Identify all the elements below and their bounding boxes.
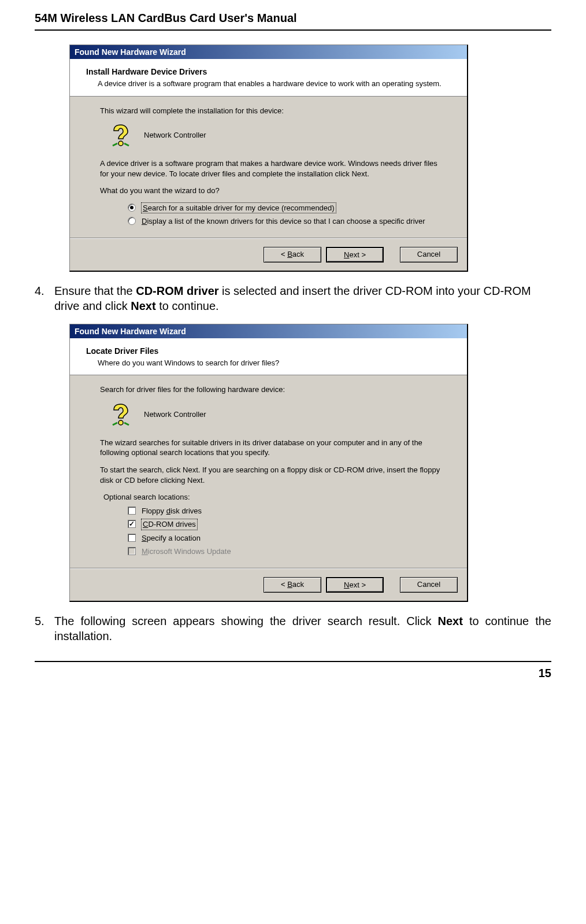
step-text: Ensure that the CD-ROM driver is selecte… <box>54 283 551 313</box>
cancel-button[interactable]: Cancel <box>400 247 458 263</box>
description-2: To start the search, click Next. If you … <box>100 465 444 485</box>
checkbox-checked-icon <box>128 520 136 528</box>
options-label: Optional search locations: <box>103 492 444 502</box>
page-number: 15 <box>35 661 551 680</box>
question-icon <box>108 402 133 427</box>
screenshot-2: Found New Hardware Wizard Locate Driver … <box>69 324 551 602</box>
step-number: 5. <box>35 613 54 644</box>
step-5: 5. The following screen appears showing … <box>35 613 551 644</box>
wizard-dialog-1: Found New Hardware Wizard Install Hardwa… <box>69 45 468 272</box>
dialog-titlebar: Found New Hardware Wizard <box>70 324 467 338</box>
back-button[interactable]: < Back <box>264 247 321 263</box>
svg-point-1 <box>118 420 123 425</box>
device-row: Network Controller <box>108 402 444 427</box>
dialog-button-row: < Back Next > Cancel <box>70 238 467 271</box>
radio-option-display[interactable]: Display a list of the known drivers for … <box>128 216 444 227</box>
svg-point-0 <box>118 141 123 146</box>
intro-text: Search for driver files for the followin… <box>100 385 444 395</box>
cancel-button[interactable]: Cancel <box>400 577 458 593</box>
checkbox-label: Specify a location <box>142 533 201 544</box>
checkbox-cdrom[interactable]: CD-ROM drives <box>128 519 444 530</box>
document-header: 54M Wireless LAN CardBus Card User's Man… <box>35 12 551 31</box>
step-text: The following screen appears showing the… <box>54 613 551 644</box>
checkbox-specify[interactable]: Specify a location <box>128 533 444 544</box>
back-button[interactable]: < Back <box>264 577 321 593</box>
dialog-titlebar: Found New Hardware Wizard <box>70 45 467 59</box>
description-1: The wizard searches for suitable drivers… <box>100 438 444 458</box>
dialog-header-panel: Locate Driver Files Where do you want Wi… <box>70 338 467 376</box>
checkbox-unchecked-icon <box>128 534 136 542</box>
prompt-text: What do you want the wizard to do? <box>100 186 444 196</box>
description-text: A device driver is a software program th… <box>100 158 444 179</box>
dialog-subheading: Where do you want Windows to search for … <box>98 358 451 368</box>
radio-option-search[interactable]: Search for a suitable driver for my devi… <box>128 203 444 213</box>
checkbox-windows-update: Microsoft Windows Update <box>128 546 444 557</box>
dialog-body: This wizard will complete the installati… <box>70 97 467 238</box>
dialog-button-row: < Back Next > Cancel <box>70 568 467 601</box>
question-icon <box>108 123 133 148</box>
screenshot-1: Found New Hardware Wizard Install Hardwa… <box>69 45 551 272</box>
device-row: Network Controller <box>108 123 444 148</box>
step-number: 4. <box>35 283 54 313</box>
wizard-dialog-2: Found New Hardware Wizard Locate Driver … <box>69 324 468 602</box>
device-name: Network Controller <box>144 130 206 141</box>
checkbox-group: Floppy disk drives CD-ROM drives Specify… <box>128 506 444 557</box>
next-button[interactable]: Next > <box>326 577 384 593</box>
radio-group: Search for a suitable driver for my devi… <box>128 203 444 227</box>
checkbox-unchecked-icon <box>128 507 136 515</box>
radio-checked-icon <box>128 204 136 212</box>
intro-text: This wizard will complete the installati… <box>100 106 444 116</box>
device-name: Network Controller <box>144 409 206 420</box>
checkbox-label-disabled: Microsoft Windows Update <box>142 546 231 557</box>
next-button[interactable]: Next > <box>326 247 384 263</box>
checkbox-floppy[interactable]: Floppy disk drives <box>128 506 444 516</box>
dialog-header-panel: Install Hardware Device Drivers A device… <box>70 59 467 97</box>
radio-unchecked-icon <box>128 217 136 225</box>
dialog-subheading: A device driver is a software program th… <box>98 79 451 89</box>
checkbox-label: Floppy disk drives <box>142 506 202 516</box>
dialog-heading: Locate Driver Files <box>86 346 451 356</box>
radio-label: Search for a suitable driver for my devi… <box>142 203 336 213</box>
checkbox-label: CD-ROM drives <box>142 519 197 530</box>
step-4: 4. Ensure that the CD-ROM driver is sele… <box>35 283 551 313</box>
dialog-heading: Install Hardware Device Drivers <box>86 67 451 76</box>
radio-label: Display a list of the known drivers for … <box>142 216 425 227</box>
checkbox-disabled-icon <box>128 547 136 555</box>
dialog-body: Search for driver files for the followin… <box>70 375 467 568</box>
